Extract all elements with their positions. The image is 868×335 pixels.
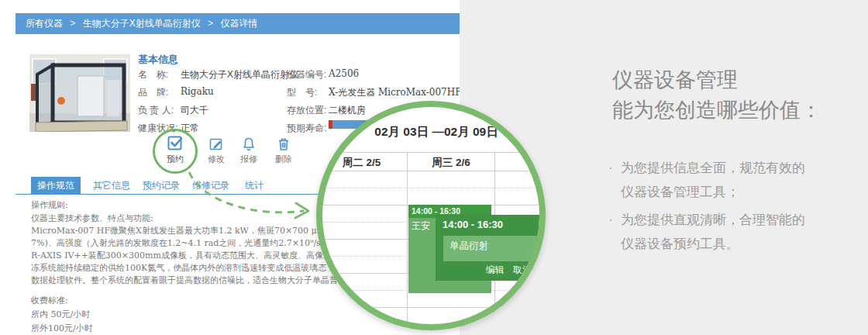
basic-info-title: 基本信息 (138, 53, 178, 67)
reserve-button[interactable]: 预约 (155, 133, 195, 165)
calendar-view: 02月 03日 —02月 09日 周二 2/5 周三 2/6 周四 14:00 … (316, 101, 546, 330)
bullet-text: 为您提供信息全面，规范有效的 (621, 161, 805, 175)
calendar-gridline (316, 171, 546, 171)
bullet-marker: · (608, 208, 621, 256)
promo-heading-line1: 仪器设备管理 (612, 65, 822, 95)
equipment-photo (29, 54, 130, 132)
popup-edit-button[interactable]: 编辑 (486, 264, 505, 275)
field-label-location: 存放位置: (287, 104, 326, 117)
popup-actions: 编辑 取消 (480, 264, 532, 277)
tab-other-info[interactable]: 其它信息 (87, 177, 136, 194)
calendar-gridline (316, 152, 546, 153)
fee-title: 收费标准: (31, 295, 68, 306)
field-value-location: 二楼机房 (329, 104, 366, 117)
field-value-model: X-光发生器 MicroMax-007HF (329, 86, 462, 99)
bullet-text: 为您提供直观清晰，合理智能的 (621, 212, 805, 227)
page: 所有仪器 > 生物大分子X射线单晶衍射仪 > 仪器详情 基本信息 名 称: 生物… (0, 0, 868, 335)
field-label-manager: 负 责 人: (138, 104, 174, 117)
breadcrumb: 所有仪器 > 生物大分子X射线单晶衍射仪 > 仪器详情 (16, 13, 460, 34)
field-label-brand: 品 牌: (138, 86, 168, 99)
tab-reservation-records[interactable]: 预约记录 (136, 177, 186, 194)
check-square-icon (166, 133, 184, 152)
breadcrumb-separator: > (208, 18, 213, 29)
calendar-week-range: 02月 03日 —02月 09日 (343, 124, 529, 140)
promo-heading: 仪器设备管理 能为您创造哪些价值： (612, 65, 822, 126)
breadcrumb-item-all-instruments[interactable]: 所有仪器 (26, 18, 63, 29)
fee-internal: 所内 50元/小时 (31, 309, 90, 320)
calendar-column-line (407, 152, 408, 330)
field-label-serial: 仪器编号: (287, 68, 326, 81)
breadcrumb-separator: > (70, 18, 75, 29)
operation-line: 操作规则: (31, 199, 68, 211)
event-popup: 14:00 - 16:30 单晶衍射 编辑 取消 (436, 215, 546, 281)
breadcrumb-item-instrument[interactable]: 生物大分子X射线单晶衍射仪 (83, 18, 201, 29)
reserve-to-calendar-arrow (180, 164, 319, 226)
popup-time: 14:00 - 16:30 (436, 215, 546, 233)
promo-bullet: · 为您提供信息全面，规范有效的 仪器设备管理工具； (608, 156, 805, 204)
field-value-manager: 司大千 (181, 104, 208, 117)
bullet-text: 仪器设备预约工具。 (621, 237, 739, 251)
promo-heading-line2: 能为您创造哪些价值： (612, 95, 822, 126)
calendar-gridline (316, 188, 546, 188)
edit-icon (208, 136, 224, 152)
operation-line: 仪器主要技术参数、特点与功能: (31, 212, 153, 224)
popup-event-title: 单晶衍射 (443, 236, 546, 257)
magnifier-circle: 02月 03日 —02月 09日 周二 2/5 周三 2/6 周四 14:00 … (316, 101, 546, 330)
field-label-model: 型 号: (287, 86, 317, 99)
day-header-wed: 周三 2/6 (408, 156, 494, 170)
trash-icon (276, 136, 291, 152)
delete-button[interactable]: 删除 (264, 136, 304, 165)
tab-operation-spec[interactable]: 操作规范 (31, 177, 81, 194)
field-label-lifespan: 预期寿命: (287, 122, 326, 135)
popup-event-box: 单晶衍射 (443, 236, 546, 261)
field-value-name: 生物大分子X射线单晶衍射仪 (181, 68, 298, 81)
bell-icon (241, 136, 257, 152)
reserve-button-label: 预约 (155, 154, 195, 165)
bullet-text: 仪器设备管理工具； (621, 185, 739, 199)
delete-button-label: 删除 (264, 154, 304, 165)
fee-external: 所外100元/小时 (31, 323, 93, 334)
field-label-name: 名 称: (138, 68, 168, 81)
popup-cancel-button[interactable]: 取消 (513, 264, 532, 275)
breadcrumb-item-detail: 仪器详情 (220, 18, 257, 29)
promo-bullet: · 为您提供直观清晰，合理智能的 仪器设备预约工具。 (608, 208, 805, 256)
promo-bullets: · 为您提供信息全面，规范有效的 仪器设备管理工具； · 为您提供直观清晰，合理… (608, 156, 805, 260)
field-value-serial: A2506 (329, 68, 359, 79)
bullet-marker: · (608, 156, 621, 204)
field-value-brand: Rigaku (181, 86, 214, 97)
